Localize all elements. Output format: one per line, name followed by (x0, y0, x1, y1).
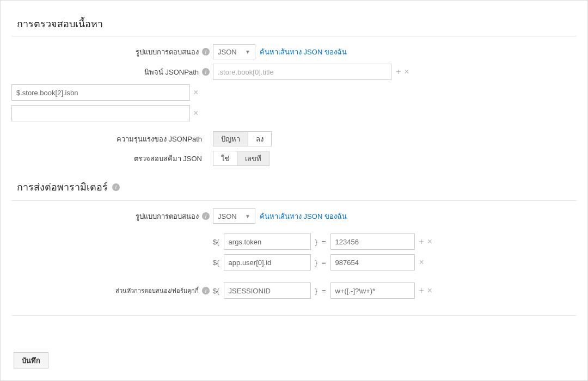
param-name-input[interactable] (224, 233, 311, 250)
dollar-brace: ${ (213, 287, 219, 295)
severity-down-button[interactable]: ลง (248, 132, 271, 146)
jsonpath-input[interactable] (11, 105, 190, 121)
add-icon[interactable]: + (419, 286, 424, 296)
param-name-input[interactable] (224, 254, 311, 271)
parameter-forwarding-title: การส่งต่อพารามิเตอร์ (17, 179, 108, 195)
chevron-down-icon: ▼ (245, 49, 250, 55)
equals: = (322, 238, 326, 246)
divider (11, 36, 577, 36)
info-icon: i (202, 68, 210, 76)
close-brace: } (315, 238, 317, 246)
info-icon: i (112, 183, 120, 191)
chevron-down-icon: ▼ (245, 213, 250, 219)
response-format-select[interactable]: JSON ▼ (213, 44, 255, 59)
cookie-header-label: ส่วนหัวการตอบสนอง/ฟอร์มคุกกี้ i (11, 286, 213, 296)
close-icon[interactable]: × (193, 108, 198, 118)
add-icon[interactable]: + (396, 67, 401, 77)
schema-yes-button[interactable]: ใช่ (213, 151, 237, 165)
find-json-path-link[interactable]: ค้นหาเส้นทาง JSON ของฉัน (260, 46, 347, 58)
save-button[interactable]: บันทึก (14, 352, 48, 368)
jsonpath-input[interactable] (213, 64, 391, 80)
add-icon[interactable]: + (419, 237, 424, 247)
find-json-path-link[interactable]: ค้นหาเส้นทาง JSON ของฉัน (260, 211, 347, 222)
close-icon[interactable]: × (419, 257, 424, 267)
content-validation-title: การตรวจสอบเนื้อหา (17, 16, 577, 32)
schema-toggle[interactable]: ใช่ เลขที (213, 151, 270, 166)
close-icon[interactable]: × (193, 88, 198, 97)
response-format-label: รูปแบบการตอบสนอง i (11, 211, 213, 222)
close-icon[interactable]: × (427, 237, 432, 247)
severity-problem-button[interactable]: ปัญหา (213, 132, 248, 146)
schema-no-button[interactable]: เลขที (237, 151, 269, 165)
response-format-select[interactable]: JSON ▼ (213, 208, 255, 224)
schema-label: ตรวจสอบสคีมา JSON (11, 153, 213, 164)
jsonpath-severity-label: ความรุนแรงของ JSONPath (11, 133, 213, 145)
param-value-input[interactable] (330, 233, 415, 250)
jsonpath-label: นิพจน์ JSONPath i (11, 66, 213, 78)
jsonpath-input[interactable] (11, 84, 190, 101)
severity-toggle[interactable]: ปัญหา ลง (213, 131, 272, 146)
divider (11, 200, 577, 201)
info-icon: i (202, 212, 210, 220)
info-icon: i (202, 287, 210, 294)
close-icon[interactable]: × (404, 67, 409, 77)
cookie-value-input[interactable] (330, 282, 415, 299)
cookie-name-input[interactable] (224, 282, 311, 299)
dollar-brace: ${ (213, 259, 219, 267)
close-brace: } (315, 287, 317, 295)
param-value-input[interactable] (330, 254, 415, 271)
equals: = (322, 259, 326, 267)
parameter-forwarding-header: การส่งต่อพารามิเตอร์ i (11, 170, 577, 196)
response-format-label: รูปแบบการตอบสนอง i (11, 46, 213, 58)
divider (11, 315, 577, 316)
close-icon[interactable]: × (427, 286, 432, 296)
info-icon: i (202, 48, 210, 56)
equals: = (322, 287, 326, 295)
close-brace: } (315, 259, 317, 267)
dollar-brace: ${ (213, 238, 219, 246)
